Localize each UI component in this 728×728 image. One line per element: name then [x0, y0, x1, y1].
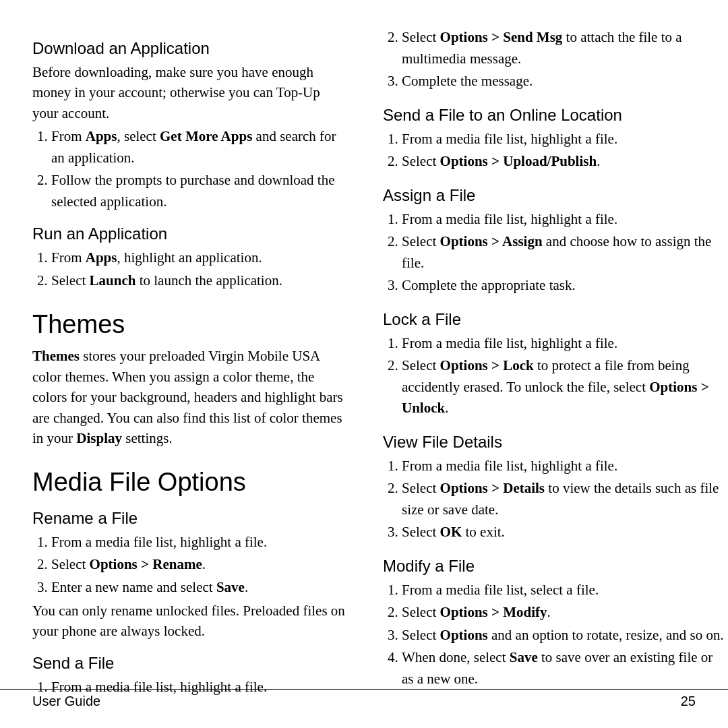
- list-item: From Apps, highlight an application.: [51, 247, 345, 269]
- rename-heading: Rename a File: [32, 509, 345, 528]
- list-item: From a media file list, highlight a file…: [402, 129, 728, 150]
- lock-heading: Lock a File: [383, 310, 728, 329]
- download-heading: Download an Application: [32, 39, 345, 58]
- list-item: Enter a new name and select Save.: [51, 577, 345, 599]
- rename-list: From a media file list, highlight a file…: [51, 532, 345, 599]
- list-item: Select Options > Details to view the det…: [402, 478, 728, 520]
- send-heading: Send a File: [32, 654, 345, 673]
- list-item: Select Options > Rename.: [51, 554, 345, 576]
- list-item: Select Options > Lock to protect a file …: [402, 355, 728, 419]
- online-list: From a media file list, highlight a file…: [402, 129, 728, 173]
- left-column: Download an Application Before downloadi…: [32, 27, 369, 701]
- assign-list: From a media file list, highlight a file…: [402, 209, 728, 297]
- modify-heading: Modify a File: [383, 557, 728, 576]
- list-item: Select Options > Send Msg to attach the …: [402, 27, 728, 69]
- send-list-cont: Select Options > Send Msg to attach the …: [402, 27, 728, 92]
- list-item: When done, select Save to save over an e…: [402, 647, 728, 690]
- list-item: From a media file list, highlight a file…: [51, 532, 345, 553]
- download-para: Before downloading, make sure you have e…: [32, 62, 345, 123]
- assign-heading: Assign a File: [383, 186, 728, 205]
- footer-label: User Guide: [32, 694, 100, 709]
- modify-list: From a media file list, select a file. S…: [402, 580, 728, 690]
- run-heading: Run an Application: [32, 224, 345, 243]
- online-heading: Send a File to an Online Location: [383, 106, 728, 125]
- mfo-heading: Media File Options: [32, 468, 345, 497]
- list-item: From a media file list, select a file.: [402, 580, 728, 601]
- rename-note: You can only rename unlocked files. Prel…: [32, 601, 345, 642]
- lock-list: From a media file list, highlight a file…: [402, 333, 728, 419]
- themes-para: Themes stores your preloaded Virgin Mobi…: [32, 346, 345, 448]
- view-list: From a media file list, highlight a file…: [402, 456, 728, 543]
- list-item: Follow the prompts to purchase and downl…: [51, 170, 345, 212]
- list-item: Select Options > Upload/Publish.: [402, 151, 728, 173]
- page-number: 25: [681, 694, 696, 709]
- list-item: Select Options > Modify.: [402, 602, 728, 624]
- list-item: Select Options > Assign and choose how t…: [402, 231, 728, 274]
- page-footer: User Guide 25: [0, 689, 728, 709]
- run-list: From Apps, highlight an application. Sel…: [51, 247, 345, 291]
- download-list: From Apps, select Get More Apps and sear…: [51, 126, 345, 212]
- page: Download an Application Before downloadi…: [0, 0, 728, 728]
- list-item: From a media file list, highlight a file…: [402, 209, 728, 231]
- list-item: Select OK to exit.: [402, 522, 728, 543]
- list-item: Select Launch to launch the application.: [51, 270, 345, 292]
- list-item: From Apps, select Get More Apps and sear…: [51, 126, 345, 169]
- list-item: From a media file list, highlight a file…: [402, 333, 728, 355]
- list-item: From a media file list, highlight a file…: [402, 456, 728, 477]
- list-item: Complete the appropriate task.: [402, 275, 728, 297]
- list-item: Select Options and an option to rotate, …: [402, 625, 728, 646]
- view-heading: View File Details: [383, 433, 728, 452]
- themes-heading: Themes: [32, 310, 345, 339]
- right-column: Select Options > Send Msg to attach the …: [369, 27, 728, 701]
- list-item: Complete the message.: [402, 71, 728, 92]
